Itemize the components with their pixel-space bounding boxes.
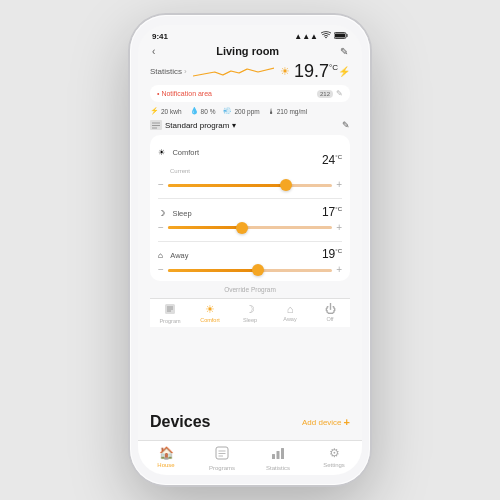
comfort-fill xyxy=(168,184,286,187)
tab-off-label: Off xyxy=(326,316,333,322)
away-fill xyxy=(168,269,258,272)
tab-sleep-icon: ☽ xyxy=(245,303,255,316)
notif-label: • Notification area xyxy=(157,90,212,97)
nav-house-icon: 🏠 xyxy=(159,446,174,460)
svg-rect-16 xyxy=(277,451,280,459)
tab-away[interactable]: ⌂ Away xyxy=(270,303,310,324)
sleep-label: Sleep xyxy=(172,209,191,218)
sleep-slider-track-row: − + xyxy=(158,223,342,233)
page-title: Living room xyxy=(216,45,279,57)
away-slider-track-row: − + xyxy=(158,265,342,275)
tab-comfort-icon: ☀ xyxy=(205,303,215,316)
program-header: Standard program ▾ ✎ xyxy=(150,120,350,130)
slider-sleep: ☽ Sleep 17°C − xyxy=(158,202,342,233)
wifi-icon xyxy=(321,31,331,41)
nav-programs-label: Programs xyxy=(209,465,235,471)
statistics-temperature: 19.7°C xyxy=(294,61,338,82)
away-thumb[interactable] xyxy=(252,264,264,276)
devices-header: Devices Add device + xyxy=(150,413,350,431)
program-edit-icon[interactable]: ✎ xyxy=(342,120,350,130)
notif-badge: 212 xyxy=(317,90,333,98)
comfort-sublabel: Current xyxy=(170,168,190,174)
tab-off-icon: ⏻ xyxy=(325,303,336,315)
status-icons: ▲▲▲ xyxy=(294,31,348,41)
notif-edit-icon[interactable]: ✎ xyxy=(336,89,343,98)
away-icon: ⌂ xyxy=(158,251,163,260)
statistics-label: Statistics xyxy=(150,67,182,76)
statistics-row: Statistics › ☀ 19.7°C ⚡ xyxy=(150,61,350,82)
add-device-group[interactable]: Add device + xyxy=(302,416,350,428)
tab-program[interactable]: Program xyxy=(150,303,190,324)
tab-away-icon: ⌂ xyxy=(287,303,294,315)
program-chevron: ▾ xyxy=(232,121,236,130)
battery-icon xyxy=(334,32,348,41)
tab-comfort[interactable]: ☀ Comfort xyxy=(190,303,230,324)
program-label[interactable]: Standard program ▾ xyxy=(150,120,236,130)
sleep-minus-button[interactable]: − xyxy=(158,223,164,233)
bolt-icon: ⚡ xyxy=(338,66,350,77)
slider-away: ⌂ Away 19°C − xyxy=(158,244,342,275)
back-button[interactable]: ‹ xyxy=(152,46,155,57)
nav-bar: ‹ Living room ✎ xyxy=(138,43,362,61)
tab-off[interactable]: ⏻ Off xyxy=(310,303,350,324)
away-plus-button[interactable]: + xyxy=(336,265,342,275)
edit-icon[interactable]: ✎ xyxy=(340,46,348,57)
stat-mgml: 🌡 210 mg/ml xyxy=(268,108,307,115)
sun-icon: ☀ xyxy=(280,65,290,78)
away-track[interactable] xyxy=(168,269,332,272)
nav-programs[interactable]: Programs xyxy=(194,446,250,471)
comfort-slider-track-row: − + xyxy=(158,180,342,190)
svg-rect-1 xyxy=(347,34,348,37)
stat-co2: 💨 200 ppm xyxy=(223,107,259,115)
comfort-plus-button[interactable]: + xyxy=(336,180,342,190)
slider-comfort: ☀ Comfort Current 24°C − xyxy=(158,141,342,190)
status-bar: 9:41 ▲▲▲ xyxy=(138,25,362,43)
devices-title: Devices xyxy=(150,413,211,431)
program-icon xyxy=(150,120,162,130)
tab-sleep-label: Sleep xyxy=(243,317,257,323)
phone-wrapper: 9:41 ▲▲▲ xyxy=(130,15,370,485)
svg-rect-3 xyxy=(150,120,162,130)
sleep-plus-button[interactable]: + xyxy=(336,223,342,233)
nav-settings-label: Settings xyxy=(323,462,345,468)
sleep-temp: 17°C xyxy=(322,205,342,219)
tab-sleep[interactable]: ☽ Sleep xyxy=(230,303,270,324)
phone-screen: 9:41 ▲▲▲ xyxy=(138,25,362,475)
add-device-label[interactable]: Add device xyxy=(302,418,342,427)
comfort-track[interactable] xyxy=(168,184,332,187)
svg-rect-11 xyxy=(216,447,228,459)
nav-statistics-icon xyxy=(271,446,285,463)
sleep-icon: ☽ xyxy=(158,209,165,218)
stats-dots-row: ⚡ 20 kwh 💧 80 % 💨 200 ppm 🌡 210 mg/ml xyxy=(150,107,350,115)
tab-away-label: Away xyxy=(283,316,296,322)
devices-section: Devices Add device + xyxy=(138,408,362,440)
nav-statistics[interactable]: Statistics xyxy=(250,446,306,471)
slider-section: ☀ Comfort Current 24°C − xyxy=(150,135,350,281)
comfort-icon: ☀ xyxy=(158,148,165,157)
nav-settings-icon: ⚙ xyxy=(329,446,340,460)
sleep-track[interactable] xyxy=(168,226,332,229)
main-content[interactable]: Statistics › ☀ 19.7°C ⚡ • Notification a… xyxy=(138,61,362,408)
notification-area: • Notification area 212 ✎ xyxy=(150,85,350,102)
stat-kwh: ⚡ 20 kwh xyxy=(150,107,182,115)
away-minus-button[interactable]: − xyxy=(158,265,164,275)
comfort-label: Comfort xyxy=(172,148,199,157)
nav-statistics-label: Statistics xyxy=(266,465,290,471)
tab-program-icon xyxy=(164,303,176,317)
sleep-thumb[interactable] xyxy=(236,222,248,234)
add-device-icon[interactable]: + xyxy=(344,416,350,428)
away-label: Away xyxy=(170,251,188,260)
signal-icon: ▲▲▲ xyxy=(294,32,318,41)
nav-programs-icon xyxy=(215,446,229,463)
comfort-thumb[interactable] xyxy=(280,179,292,191)
tab-program-label: Program xyxy=(159,318,180,324)
svg-rect-2 xyxy=(335,33,345,37)
program-name: Standard program xyxy=(165,121,229,130)
nav-house[interactable]: 🏠 House xyxy=(138,446,194,471)
bottom-nav: 🏠 House Programs xyxy=(138,440,362,475)
status-time: 9:41 xyxy=(152,32,168,41)
statistics-arrow: › xyxy=(184,67,187,76)
comfort-temp: 24°C xyxy=(322,153,342,167)
comfort-minus-button[interactable]: − xyxy=(158,180,164,190)
svg-rect-15 xyxy=(272,454,275,459)
